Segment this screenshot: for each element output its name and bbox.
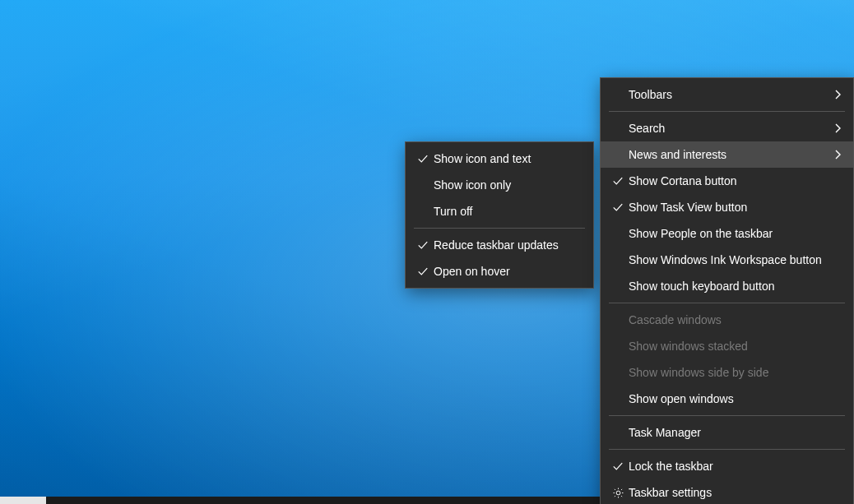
menu-item-icon-slot xyxy=(607,460,629,472)
gear-icon xyxy=(612,487,624,499)
menu-item-label: Show icon only xyxy=(434,178,570,192)
check-icon xyxy=(417,266,429,277)
check-icon xyxy=(612,460,624,472)
menu-item-label: Open on hover xyxy=(434,265,570,278)
menu-item-label: Cascade windows xyxy=(629,313,830,326)
chevron-right-icon xyxy=(835,123,842,133)
taskbar-menu-item-show-touch-keyboard-button[interactable]: Show touch keyboard button xyxy=(601,273,853,299)
taskbar-menu-item-show-windows-stacked: Show windows stacked xyxy=(601,333,853,359)
taskbar-menu-item-show-windows-side-by-side: Show windows side by side xyxy=(601,359,853,386)
taskbar-menu-item-show-people-on-the-taskbar[interactable]: Show People on the taskbar xyxy=(601,220,853,247)
submenu-item-show-icon-and-text[interactable]: Show icon and text xyxy=(406,146,593,172)
menu-item-label: Show touch keyboard button xyxy=(629,280,830,293)
taskbar-menu-item-show-task-view-button[interactable]: Show Task View button xyxy=(601,194,853,220)
menu-item-label: Show windows stacked xyxy=(629,340,830,353)
menu-item-icon-slot xyxy=(412,239,434,251)
taskbar-menu-item-show-windows-ink-workspace-button[interactable]: Show Windows Ink Workspace button xyxy=(601,247,853,273)
menu-separator xyxy=(609,303,845,303)
taskbar-context-menu: ToolbarsSearchNews and interestsShow Cor… xyxy=(600,77,854,504)
start-button-area[interactable] xyxy=(0,497,46,504)
taskbar-menu-item-news-and-interests[interactable]: News and interests xyxy=(601,141,853,168)
menu-item-label: Turn off xyxy=(434,205,570,218)
menu-item-icon-slot xyxy=(607,487,629,499)
news-and-interests-submenu: Show icon and textShow icon onlyTurn off… xyxy=(405,141,594,289)
menu-item-label: Show open windows xyxy=(629,392,830,405)
menu-item-label: Show Cortana button xyxy=(629,174,830,187)
taskbar-menu-item-search[interactable]: Search xyxy=(601,115,853,141)
menu-separator xyxy=(414,228,585,229)
submenu-item-turn-off[interactable]: Turn off xyxy=(406,198,593,224)
menu-item-icon-slot xyxy=(607,175,629,187)
menu-item-label: Toolbars xyxy=(629,88,830,101)
chevron-right-icon xyxy=(835,150,842,160)
menu-item-label: Show Task View button xyxy=(629,201,830,214)
menu-item-label: Show Windows Ink Workspace button xyxy=(629,253,838,266)
chevron-right-icon xyxy=(835,90,842,99)
submenu-indicator xyxy=(830,123,842,133)
menu-separator xyxy=(609,111,845,112)
taskbar-menu-item-toolbars[interactable]: Toolbars xyxy=(601,81,853,108)
menu-item-label: Task Manager xyxy=(629,426,830,439)
menu-item-label: Show windows side by side xyxy=(629,366,830,379)
submenu-indicator xyxy=(830,150,842,160)
menu-item-icon-slot xyxy=(412,266,434,277)
menu-item-label: News and interests xyxy=(629,148,830,161)
menu-item-icon-slot xyxy=(412,153,434,164)
taskbar-menu-item-show-cortana-button[interactable]: Show Cortana button xyxy=(601,168,853,194)
check-icon xyxy=(612,201,624,213)
taskbar-menu-item-cascade-windows: Cascade windows xyxy=(601,307,853,333)
submenu-indicator xyxy=(830,90,842,99)
menu-item-label: Search xyxy=(629,122,830,135)
taskbar-menu-item-task-manager[interactable]: Task Manager xyxy=(601,419,853,446)
taskbar-menu-item-taskbar-settings[interactable]: Taskbar settings xyxy=(601,479,853,504)
menu-separator xyxy=(609,449,845,450)
submenu-item-show-icon-only[interactable]: Show icon only xyxy=(406,172,593,198)
menu-item-label: Show icon and text xyxy=(434,152,570,165)
menu-separator xyxy=(609,415,845,416)
submenu-item-open-on-hover[interactable]: Open on hover xyxy=(406,258,593,284)
menu-item-label: Taskbar settings xyxy=(629,486,830,499)
menu-item-icon-slot xyxy=(607,201,629,213)
taskbar-menu-item-show-open-windows[interactable]: Show open windows xyxy=(601,386,853,412)
menu-item-label: Reduce taskbar updates xyxy=(434,238,575,252)
check-icon xyxy=(417,239,429,251)
submenu-item-reduce-taskbar-updates[interactable]: Reduce taskbar updates xyxy=(406,232,593,258)
check-icon xyxy=(612,175,624,187)
menu-item-label: Show People on the taskbar xyxy=(629,227,830,240)
taskbar-menu-item-lock-the-taskbar[interactable]: Lock the taskbar xyxy=(601,453,853,479)
menu-item-label: Lock the taskbar xyxy=(629,460,830,473)
check-icon xyxy=(417,153,429,164)
